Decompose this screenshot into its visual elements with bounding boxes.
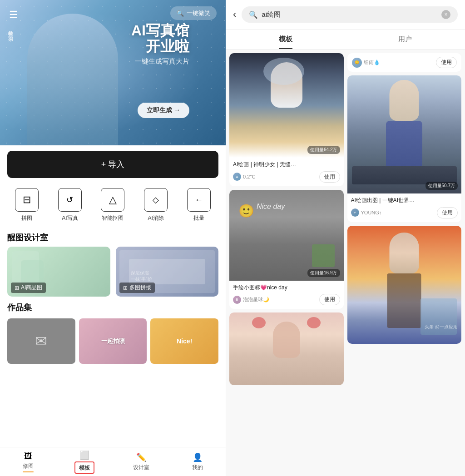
work-card-photo[interactable]: 一起拍照: [79, 318, 147, 364]
author-name: YOUNG↑: [361, 210, 382, 215]
mosaic-icon: ⊟: [15, 188, 39, 212]
hero-sub-title: 一键生成写真大片: [131, 57, 189, 66]
design-card-collage[interactable]: 深层保湿一抹"手"护 ⊞ 多图拼接: [116, 247, 219, 297]
nice-day-image: 🙂 Nice day 使用量16.9万: [229, 190, 344, 281]
author-info: B 泡泡星球🌙: [233, 296, 269, 304]
tab-template[interactable]: 模板: [226, 30, 346, 49]
template-card-anime-girl[interactable]: 使用量64.2万 AI绘画 | 神明少女 | 无缝… A 0.2℃ 使用: [229, 53, 344, 186]
template-name: 手绘小图标💗nice day: [233, 284, 340, 292]
design-studio-title: 醒图设计室: [0, 227, 226, 247]
cutout-icon: △: [101, 188, 124, 212]
design-card-product[interactable]: ⊞ AI商品图: [7, 247, 110, 297]
right-column: 😊 细雨💧 使用 使用量50.7万 AI绘画出图: [347, 53, 462, 472]
usage-badge: 使用量16.9万: [307, 269, 340, 277]
hero-model-label: 模特＠东羽: [7, 27, 14, 32]
tool-ai-photo[interactable]: ↺ AI写真: [50, 188, 90, 222]
use-button[interactable]: 使用: [319, 294, 340, 305]
menu-icon[interactable]: ☰: [9, 9, 18, 21]
nav-mine[interactable]: 👤 我的: [169, 449, 226, 475]
template-name: AI绘画出图 | 一键AI世界…: [351, 197, 458, 204]
author-avatar: Y: [351, 208, 359, 217]
tool-mosaic[interactable]: ⊟ 拼图: [7, 188, 47, 222]
template-info: 手绘小图标💗nice day B 泡泡星球🌙 使用: [229, 281, 344, 309]
hero-banner: ☰ 🔍 一键微笑 模特＠东羽 AI写真馆开业啦 一键生成写真大片 立即生成 →: [0, 0, 226, 145]
search-query-text: ai绘图: [262, 10, 438, 19]
erase-icon: ◇: [144, 188, 168, 212]
tool-erase-label: AI消除: [148, 214, 163, 222]
usage-badge: 使用量64.2万: [307, 146, 340, 154]
author-info: 😊 细雨💧: [352, 58, 380, 68]
search-placeholder: 一键微笑: [187, 9, 210, 17]
search-box[interactable]: 🔍 ai绘图 ×: [242, 6, 458, 23]
author-info: A 0.2℃: [233, 173, 255, 181]
template-meta: A 0.2℃ 使用: [233, 171, 340, 183]
search-icon: 🔍: [249, 10, 258, 19]
flower-girl-image: [229, 312, 344, 385]
left-panel: ☰ 🔍 一键微笑 模特＠东羽 AI写真馆开业啦 一键生成写真大片 立即生成 → …: [0, 0, 226, 476]
collage-badge: ⊞ 多图拼接: [119, 283, 155, 293]
tool-batch-label: 批量: [193, 214, 204, 222]
product-badge: ⊞ AI商品图: [11, 283, 46, 293]
tab-user[interactable]: 用户: [346, 30, 465, 49]
template-meta: Y YOUNG↑ 使用: [351, 207, 458, 218]
template-meta: B 泡泡星球🌙 使用: [233, 294, 340, 305]
right-content: 使用量64.2万 AI绘画 | 神明少女 | 无缝… A 0.2℃ 使用: [226, 50, 465, 476]
use-button[interactable]: 使用: [319, 171, 340, 183]
author-avatar: A: [233, 173, 241, 181]
works-title: 作品集: [0, 297, 226, 317]
fine-rain-label: 细雨💧: [364, 59, 380, 66]
back-button[interactable]: ‹: [233, 9, 236, 20]
nav-template[interactable]: ⬜ 模板: [56, 446, 113, 476]
tool-cutout[interactable]: △ 智能抠图: [93, 188, 133, 222]
author-avatar: B: [233, 296, 241, 304]
tool-ai-photo-label: AI写真: [62, 214, 78, 222]
template-card-nice-day[interactable]: 🙂 Nice day 使用量16.9万 手绘小图标💗nice day B 泡泡星…: [229, 190, 344, 309]
import-button[interactable]: + 导入: [7, 151, 218, 178]
template-card-fine-rain[interactable]: 😊 细雨💧 使用: [347, 53, 462, 72]
tool-mosaic-label: 拼图: [21, 214, 32, 222]
watermark: 头条 @一点应用: [425, 324, 458, 330]
template-card-flower-girl[interactable]: [229, 312, 344, 385]
work-card-envelope[interactable]: ✉: [7, 318, 75, 364]
hero-main-title: AI写真馆开业啦: [131, 23, 189, 55]
template-name: AI绘画 | 神明少女 | 无缝…: [233, 161, 340, 169]
search-icon: 🔍: [177, 10, 184, 17]
right-header: ‹ 🔍 ai绘图 ×: [226, 0, 465, 30]
author-name: 0.2℃: [243, 174, 255, 180]
batch-icon: ←: [187, 188, 211, 212]
author-name: 泡泡星球🌙: [243, 296, 269, 303]
nav-retouch[interactable]: 🖼 修图: [0, 448, 56, 476]
usage-badge: 使用量50.7万: [425, 182, 458, 190]
right-tabs: 模板 用户: [226, 30, 465, 50]
author-info: Y YOUNG↑: [351, 208, 382, 217]
use-button[interactable]: 使用: [436, 57, 457, 68]
hero-figure: [27, 14, 118, 145]
template-card-girl-sunset[interactable]: 头条 @一点应用: [347, 226, 462, 344]
search-clear-button[interactable]: ×: [441, 10, 450, 19]
tools-row: ⊟ 拼图 ↺ AI写真 △ 智能抠图 ◇ AI消除 ← 批量: [0, 183, 226, 227]
use-button[interactable]: 使用: [437, 207, 458, 218]
template-info: AI绘画出图 | 一键AI世界… Y YOUNG↑ 使用: [347, 193, 462, 222]
works-row: ✉ 一起拍照 Nice!: [0, 318, 226, 364]
template-card-anime-uniform[interactable]: 使用量50.7万 AI绘画出图 | 一键AI世界… Y YOUNG↑ 使用: [347, 75, 462, 222]
nav-design-studio[interactable]: ✏️ 设计室: [113, 449, 169, 475]
template-info: AI绘画 | 神明少女 | 无缝… A 0.2℃ 使用: [229, 158, 344, 186]
girl-sunset-image: 头条 @一点应用: [347, 226, 462, 344]
author-avatar: 😊: [352, 58, 362, 68]
anime-girl-image: 使用量64.2万: [229, 53, 344, 158]
design-cards: ⊞ AI商品图 深层保湿一抹"手"护 ⊞ 多图拼接: [0, 247, 226, 297]
anime-uniform-image: 使用量50.7万: [347, 75, 462, 193]
hero-title-block: AI写真馆开业啦 一键生成写真大片: [131, 23, 189, 66]
hero-search-bar[interactable]: 🔍 一键微笑: [170, 6, 217, 20]
fine-rain-info: 😊 细雨💧 使用: [347, 53, 462, 72]
hero-cta-button[interactable]: 立即生成 →: [138, 103, 189, 118]
bottom-nav: 🖼 修图 ⬜ 模板 ✏️ 设计室 👤 我的: [0, 447, 226, 476]
tool-cutout-label: 智能抠图: [102, 214, 124, 222]
left-column: 使用量64.2万 AI绘画 | 神明少女 | 无缝… A 0.2℃ 使用: [229, 53, 344, 472]
work-card-nice[interactable]: Nice!: [150, 318, 218, 364]
ai-photo-icon: ↺: [58, 188, 82, 212]
tool-batch[interactable]: ← 批量: [179, 188, 218, 222]
right-panel: ‹ 🔍 ai绘图 × 模板 用户 使用量64.2万: [226, 0, 465, 476]
tool-erase[interactable]: ◇ AI消除: [136, 188, 176, 222]
